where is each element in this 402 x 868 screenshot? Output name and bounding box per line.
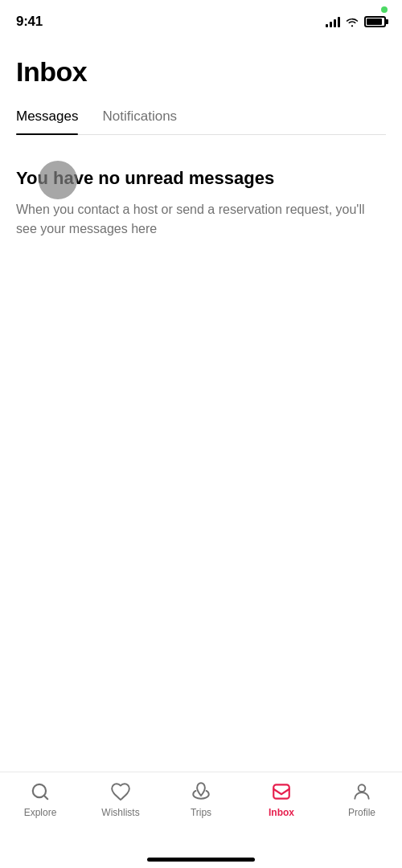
page-title: Inbox: [0, 40, 402, 100]
wifi-icon: [345, 16, 359, 27]
profile-icon: [351, 780, 373, 803]
nav-item-wishlists[interactable]: Wishlists: [80, 780, 161, 818]
status-bar: 9:41: [0, 0, 402, 40]
trips-label: Trips: [191, 807, 211, 818]
inbox-icon: [270, 780, 293, 803]
status-icons: [326, 16, 386, 27]
tab-notifications[interactable]: Notifications: [102, 100, 177, 134]
home-indicator: [147, 858, 255, 862]
svg-point-2: [359, 784, 366, 792]
trips-icon: [190, 780, 212, 803]
nav-item-explore[interactable]: Explore: [0, 780, 80, 818]
nav-item-trips[interactable]: Trips: [161, 780, 241, 818]
main-content: You have no unread messages When you con…: [0, 135, 402, 255]
empty-state-description: When you contact a host or send a reserv…: [16, 200, 386, 239]
nav-item-inbox[interactable]: Inbox: [241, 780, 322, 818]
profile-label: Profile: [348, 807, 375, 818]
status-time: 9:41: [16, 14, 43, 30]
empty-state-title: You have no unread messages: [16, 167, 386, 190]
nav-item-profile[interactable]: Profile: [322, 780, 402, 818]
tab-messages[interactable]: Messages: [16, 100, 78, 134]
tabs-container: Messages Notifications: [16, 100, 386, 135]
inbox-label: Inbox: [269, 807, 294, 818]
svg-point-0: [33, 784, 46, 797]
wishlists-label: Wishlists: [101, 807, 139, 818]
signal-bars-icon: [326, 16, 340, 27]
explore-label: Explore: [24, 807, 57, 818]
explore-icon: [29, 780, 51, 803]
bottom-nav: Explore Wishlists Trips Inbox: [0, 772, 402, 868]
wishlists-icon: [109, 780, 132, 803]
battery-icon: [364, 16, 386, 27]
notification-dot: [381, 6, 388, 13]
